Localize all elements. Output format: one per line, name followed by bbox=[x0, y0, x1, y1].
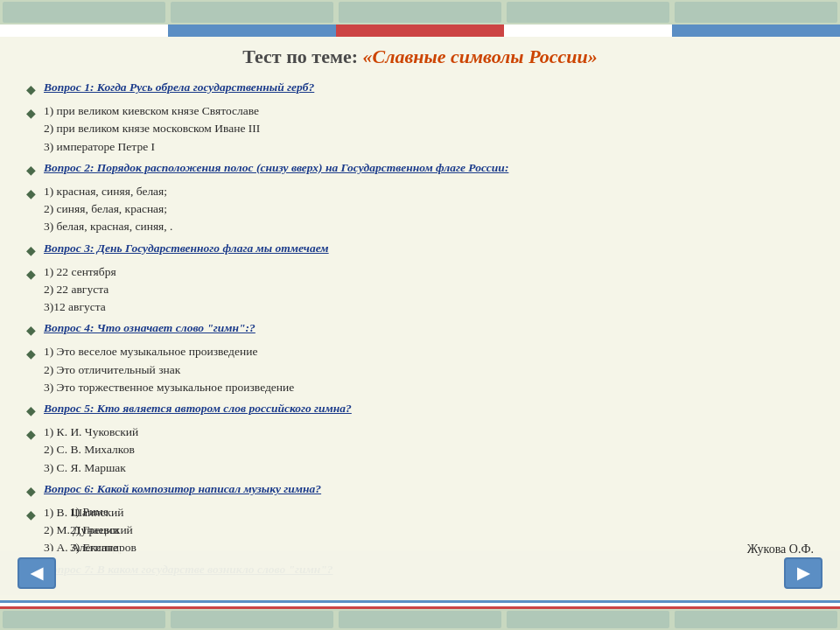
bottom-bar-segment-1 bbox=[3, 611, 165, 628]
last-answers-text: 1) Риме2) Греции3) Египте bbox=[70, 503, 119, 556]
question-item-q5: ◆Вопрос 5: Кто является автором слов рос… bbox=[26, 400, 814, 420]
bullet-icon: ◆ bbox=[26, 80, 40, 99]
question-text: Вопрос 3: День Государственного флага мы… bbox=[44, 240, 329, 257]
bullet-icon: ◆ bbox=[26, 104, 40, 122]
question-text: Вопрос 4: Что означает слово "гимн":? bbox=[44, 319, 256, 337]
question-item-q3: ◆Вопрос 3: День Государственного флага м… bbox=[26, 240, 814, 260]
main-content: Тест по теме: «Славные символы России» ◆… bbox=[0, 37, 840, 593]
question-item-q2: ◆Вопрос 2: Порядок расположения полос (с… bbox=[26, 159, 814, 179]
top-bar-segment-5 bbox=[675, 2, 837, 23]
stripe-white bbox=[0, 24, 168, 37]
top-decorative-bar bbox=[0, 0, 840, 24]
bottom-bar-segment-2 bbox=[171, 611, 333, 628]
bottom-decorative-bar bbox=[0, 609, 840, 630]
stripe-red bbox=[336, 24, 504, 37]
top-bar-segment-4 bbox=[507, 2, 669, 23]
prev-button[interactable]: ◀ bbox=[18, 557, 56, 589]
question-text: Вопрос 5: Кто является автором слов росс… bbox=[44, 400, 352, 417]
question-text: Вопрос 6: Какой композитор написал музык… bbox=[44, 480, 321, 498]
answer-item-q1: ◆1) при великом киевском князе Святослав… bbox=[26, 102, 814, 156]
bullet-icon: ◆ bbox=[26, 425, 40, 444]
top-bar-segment-1 bbox=[3, 2, 165, 23]
question-text: Вопрос 2: Порядок расположения полос (сн… bbox=[44, 159, 508, 177]
top-bar-segment-2 bbox=[171, 2, 333, 23]
bullet-icon: ◆ bbox=[26, 482, 40, 500]
bottom-bar-segment-3 bbox=[339, 611, 501, 628]
page-title: Тест по теме: «Славные символы России» bbox=[26, 46, 814, 68]
bottom-flag-stripe bbox=[0, 600, 840, 609]
stripe-white-2 bbox=[504, 24, 672, 37]
bullet-icon: ◆ bbox=[26, 506, 40, 524]
question-item-q6: ◆Вопрос 6: Какой композитор написал музы… bbox=[26, 480, 814, 500]
answer-item-q3: ◆1) 22 сентября2) 22 августа3)12 августа bbox=[26, 263, 814, 317]
questions-list: ◆Вопрос 1: Когда Русь обрела государстве… bbox=[26, 79, 814, 581]
bullet-icon: ◆ bbox=[26, 242, 40, 260]
answer-text: 1) при великом киевском князе Святославе… bbox=[44, 102, 260, 156]
question-item-q1: ◆Вопрос 1: Когда Русь обрела государстве… bbox=[26, 79, 814, 99]
question-text: Вопрос 1: Когда Русь обрела государствен… bbox=[44, 79, 314, 96]
title-static: Тест по теме: bbox=[242, 46, 358, 67]
bullet-icon: ◆ bbox=[26, 185, 40, 203]
bullet-icon: ◆ bbox=[26, 402, 40, 420]
title-highlight: «Славные символы России» bbox=[362, 46, 597, 67]
bullet-icon: ◆ bbox=[26, 161, 40, 179]
stripe-blue-2 bbox=[672, 24, 840, 37]
answer-text: 1) К. И. Чуковский2) С. В. Михалков3) С.… bbox=[44, 424, 138, 477]
bullet-icon: ◆ bbox=[26, 321, 40, 340]
stripe-blue bbox=[168, 24, 336, 37]
answer-text: 1) красная, синяя, белая;2) синяя, белая… bbox=[44, 183, 172, 236]
answer-text: 1) 22 сентября2) 22 августа3)12 августа bbox=[44, 263, 116, 317]
nav-area: ◀ 1) Риме2) Греции3) Египте Жукова О.Ф. … bbox=[0, 551, 840, 595]
top-bar-segment-3 bbox=[339, 2, 501, 23]
answer-text: 1) Это веселое музыкальное произведение2… bbox=[44, 343, 294, 396]
bottom-bar-segment-5 bbox=[675, 611, 837, 628]
answer-item-q4: ◆1) Это веселое музыкальное произведение… bbox=[26, 343, 814, 396]
question-item-q4: ◆Вопрос 4: Что означает слово "гимн":? bbox=[26, 319, 814, 340]
bullet-icon: ◆ bbox=[26, 345, 40, 363]
answer-item-q5: ◆1) К. И. Чуковский2) С. В. Михалков3) С… bbox=[26, 424, 814, 477]
author-text: Жукова О.Ф. bbox=[747, 542, 814, 556]
flag-stripe-row bbox=[0, 24, 840, 37]
bottom-bar-segment-4 bbox=[507, 611, 669, 628]
answer-item-q6: ◆1) В. Шаинский2) М. Дунаевский3) А. Але… bbox=[26, 504, 814, 557]
next-button[interactable]: ▶ bbox=[784, 557, 822, 589]
answer-item-q2: ◆1) красная, синяя, белая;2) синяя, бела… bbox=[26, 183, 814, 236]
bullet-icon: ◆ bbox=[26, 265, 40, 284]
